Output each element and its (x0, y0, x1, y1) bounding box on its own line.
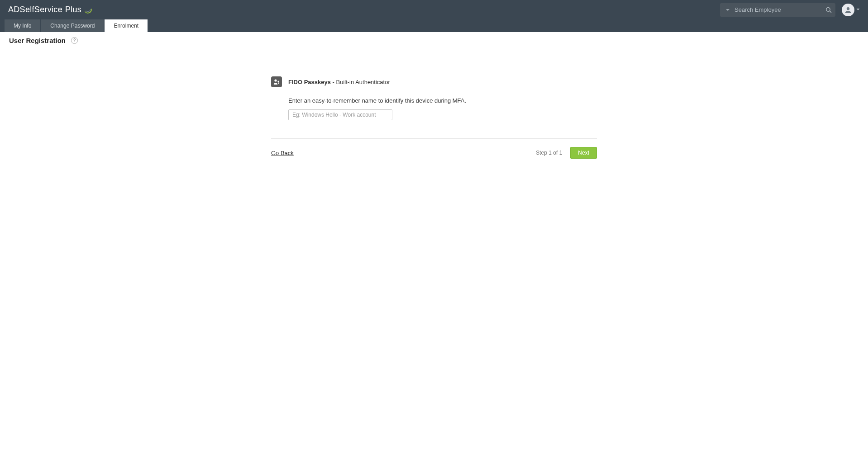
search-button[interactable] (825, 7, 832, 13)
brand-swoosh-icon (84, 6, 92, 14)
chevron-down-icon (856, 7, 860, 12)
user-menu[interactable] (842, 4, 860, 16)
authenticator-header: FIDO Passkeys - Built-in Authenticator (271, 76, 597, 87)
brand-text-sub: Plus (65, 5, 81, 14)
authenticator-suffix: - Built-in Authenticator (331, 79, 390, 85)
nav-tabs: My Info Change Password Enrolment (0, 19, 868, 32)
search-scope-dropdown[interactable] (724, 8, 732, 12)
wizard-footer-right: Step 1 of 1 Next (536, 147, 597, 159)
tab-change-password[interactable]: Change Password (41, 19, 104, 32)
svg-point-3 (274, 79, 277, 81)
next-button[interactable]: Next (570, 147, 597, 159)
enrolment-content: FIDO Passkeys - Built-in Authenticator E… (267, 76, 601, 159)
page-title: User Registration (9, 37, 66, 44)
step-indicator: Step 1 of 1 (536, 150, 562, 156)
tab-label: Change Password (50, 23, 95, 29)
passkey-icon (271, 76, 282, 87)
tab-label: My Info (14, 23, 31, 29)
search-input[interactable] (732, 6, 825, 13)
header-right (720, 3, 860, 17)
authenticator-title: FIDO Passkeys - Built-in Authenticator (288, 79, 390, 85)
svg-line-1 (830, 11, 831, 12)
brand-text-main: ADSelfService (8, 5, 62, 14)
search-icon (825, 7, 832, 13)
tab-enrolment[interactable]: Enrolment (105, 19, 148, 32)
svg-rect-6 (278, 83, 279, 84)
help-icon[interactable]: ? (71, 37, 78, 44)
tab-my-info[interactable]: My Info (5, 19, 40, 32)
svg-point-2 (847, 7, 849, 10)
wizard-footer: Go Back Step 1 of 1 Next (271, 138, 597, 159)
instruction-text: Enter an easy-to-remember name to identi… (288, 97, 597, 104)
authenticator-name: FIDO Passkeys (288, 79, 331, 85)
page-header: User Registration ? (0, 32, 868, 49)
brand-logo: ADSelfService Plus (8, 5, 92, 14)
tab-label: Enrolment (114, 23, 138, 29)
avatar-icon (842, 4, 854, 16)
search-bar (720, 3, 835, 17)
app-header: ADSelfService Plus (0, 0, 868, 19)
device-name-input[interactable] (288, 109, 392, 120)
go-back-link[interactable]: Go Back (271, 150, 294, 156)
